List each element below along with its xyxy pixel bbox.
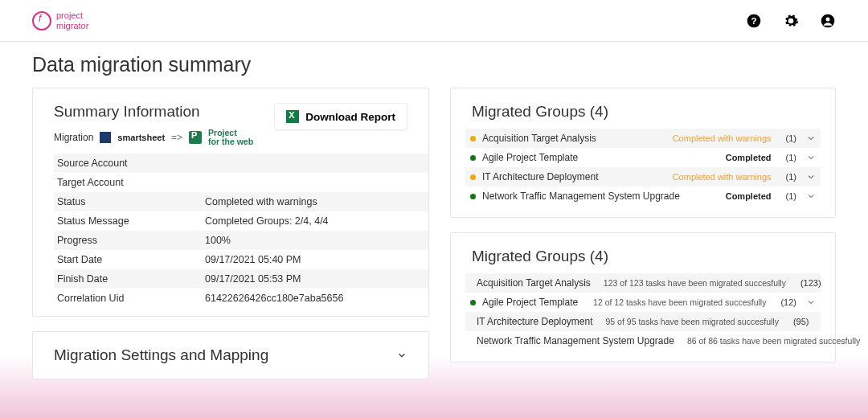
group-row[interactable]: Network Traffic Management System Upgrad… [465,186,821,206]
summary-row: Source Account [54,154,428,173]
summary-label: Progress [54,231,205,250]
groups2-title: Migrated Groups (4) [472,248,814,265]
status-dot-icon [470,300,476,305]
status-dot-icon [470,136,476,141]
summary-value: 09/17/2021 05:40 PM [205,250,428,269]
arrow-icon: => [171,132,182,143]
summary-row: Correlation Uid61422626426cc180e7aba5656 [54,289,428,308]
summary-row: Finish Date09/17/2021 05:53 PM [54,269,428,289]
group-name: Network Traffic Management System Upgrad… [477,335,674,346]
group-count: (1) [786,153,796,162]
chevron-down-icon [806,191,816,201]
group-name: Network Traffic Management System Upgrad… [482,191,680,202]
group-count: (123) [800,278,821,288]
group-count: (1) [786,133,796,143]
group-status: Completed [726,191,772,201]
help-icon[interactable]: ? [746,13,762,29]
migration-path: Migration smartsheet => Project for the … [54,129,253,145]
summary-row: StatusCompleted with warnings [54,192,428,211]
chevron-down-icon [806,133,816,143]
summary-label: Target Account [54,173,205,192]
page-title: Data migration summary [32,53,836,76]
target-name: Project for the web [208,129,253,145]
group-message: 12 of 12 tasks have been migrated succes… [593,297,766,307]
source-name: smartsheet [117,133,165,142]
summary-row: Start Date09/17/2021 05:40 PM [54,250,428,269]
brand-line1: project [56,10,88,20]
group-count: (1) [786,191,796,201]
group-row[interactable]: Acquisition Target Analysis123 of 123 ta… [465,273,821,293]
summary-card: Summary Information Migration smartsheet… [32,88,429,317]
chevron-down-icon [396,350,407,361]
group-row[interactable]: IT Architecture DeploymentCompleted with… [465,167,821,186]
chevron-down-icon [806,172,816,182]
group-row[interactable]: Network Traffic Management System Upgrad… [465,331,821,350]
topbar: project migrator ? [0,0,868,42]
group-name: Agile Project Template [482,152,578,163]
group-name: Acquisition Target Analysis [477,277,591,289]
logo-text: project migrator [56,10,88,30]
chevron-down-icon [806,297,816,307]
mapping-section-toggle[interactable]: Migration Settings and Mapping [32,331,429,379]
group-name: Agile Project Template [482,297,578,308]
summary-value: 09/17/2021 05:53 PM [205,269,428,289]
group-status: Completed with warnings [673,133,772,143]
project-web-icon [189,131,202,144]
group-row[interactable]: Agile Project Template12 of 12 tasks hav… [465,293,821,312]
summary-label: Correlation Uid [54,289,205,308]
excel-icon [286,110,299,123]
brand-logo: project migrator [32,10,88,30]
summary-value: 100% [205,231,428,250]
summary-value: Completed Groups: 2/4, 4/4 [205,211,428,231]
migration-label: Migration [54,132,93,143]
summary-title: Summary Information [54,103,253,121]
summary-value: Completed with warnings [205,192,428,211]
summary-row: Target Account [54,173,428,192]
groups2-list: Acquisition Target Analysis123 of 123 ta… [451,273,835,350]
migrated-groups-card-1: Migrated Groups (4) Acquisition Target A… [450,88,836,218]
download-label: Download Report [305,111,395,123]
summary-value: 61422626426cc180e7aba5656 [205,289,428,308]
summary-value [205,154,428,173]
svg-point-3 [826,17,830,21]
migrated-groups-card-2: Migrated Groups (4) Acquisition Target A… [450,232,836,363]
group-message: 95 of 95 tasks have been migrated succes… [606,317,779,326]
groups1-title: Migrated Groups (4) [472,103,814,121]
logo-mark [32,11,51,31]
group-name: IT Architecture Deployment [482,171,599,182]
group-message: 86 of 86 tasks have been migrated succes… [687,336,860,346]
groups1-list: Acquisition Target AnalysisCompleted wit… [451,129,835,206]
download-report-button[interactable]: Download Report [274,103,407,130]
summary-label: Status [54,192,205,211]
group-status: Completed [726,153,772,162]
group-count: (95) [793,317,809,326]
gear-icon[interactable] [783,13,799,29]
chevron-down-icon [806,153,816,162]
summary-row: Status MessageCompleted Groups: 2/4, 4/4 [54,211,428,231]
summary-label: Start Date [54,250,205,269]
status-dot-icon [470,155,476,161]
group-row[interactable]: IT Architecture Deployment95 of 95 tasks… [465,312,821,331]
status-dot-icon [470,174,476,180]
group-count: (1) [786,172,796,182]
group-name: IT Architecture Deployment [477,316,593,327]
summary-label: Finish Date [54,269,205,289]
svg-text:?: ? [751,15,756,26]
group-status: Completed with warnings [673,172,772,182]
summary-table: Source AccountTarget AccountStatusComple… [54,154,428,308]
mapping-title: Migration Settings and Mapping [54,346,268,364]
summary-value [205,173,428,192]
page: Data migration summary Summary Informati… [0,42,868,379]
group-message: 123 of 123 tasks have been migrated succ… [604,278,786,288]
group-name: Acquisition Target Analysis [482,133,596,144]
account-icon[interactable] [820,13,836,29]
summary-row: Progress100% [54,231,428,250]
brand-line2: migrator [56,21,88,31]
summary-label: Status Message [54,211,205,231]
summary-label: Source Account [54,154,205,173]
group-row[interactable]: Acquisition Target AnalysisCompleted wit… [465,129,821,148]
smartsheet-icon [100,132,111,143]
status-dot-icon [470,194,476,199]
group-row[interactable]: Agile Project TemplateCompleted(1) [465,148,821,167]
group-count: (12) [780,297,796,307]
